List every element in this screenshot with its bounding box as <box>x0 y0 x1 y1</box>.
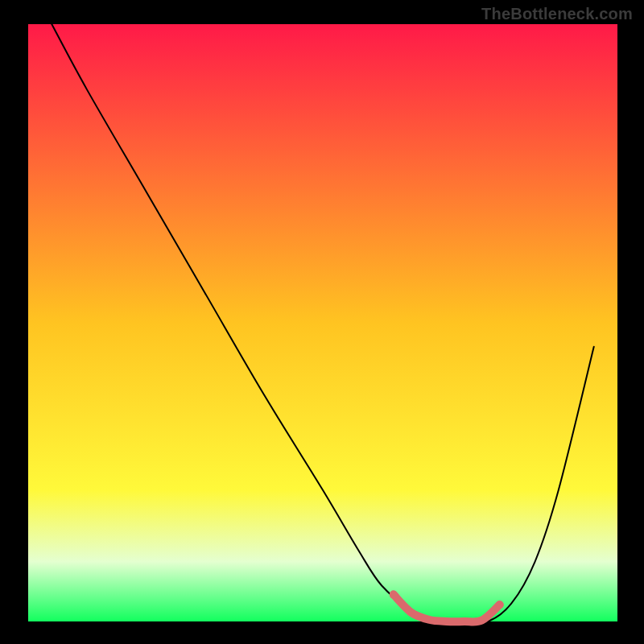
chart-stage: TheBottleneck.com <box>0 0 644 644</box>
plot-background <box>28 24 617 621</box>
watermark-label: TheBottleneck.com <box>481 5 633 23</box>
optimal-marker-start <box>390 591 398 599</box>
optimal-marker-end <box>496 601 504 609</box>
chart-svg <box>0 0 644 644</box>
